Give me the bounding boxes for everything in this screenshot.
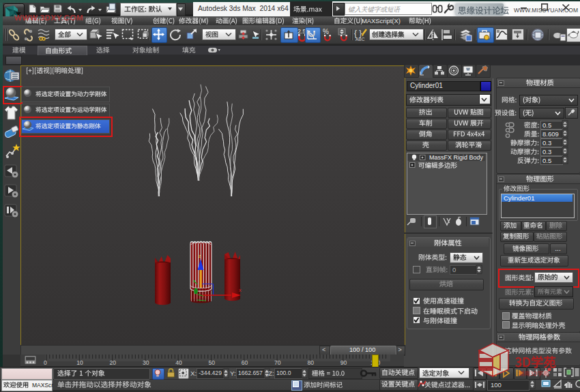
svg-text:x: x bbox=[239, 287, 242, 293]
svg-text:z: z bbox=[199, 254, 201, 258]
